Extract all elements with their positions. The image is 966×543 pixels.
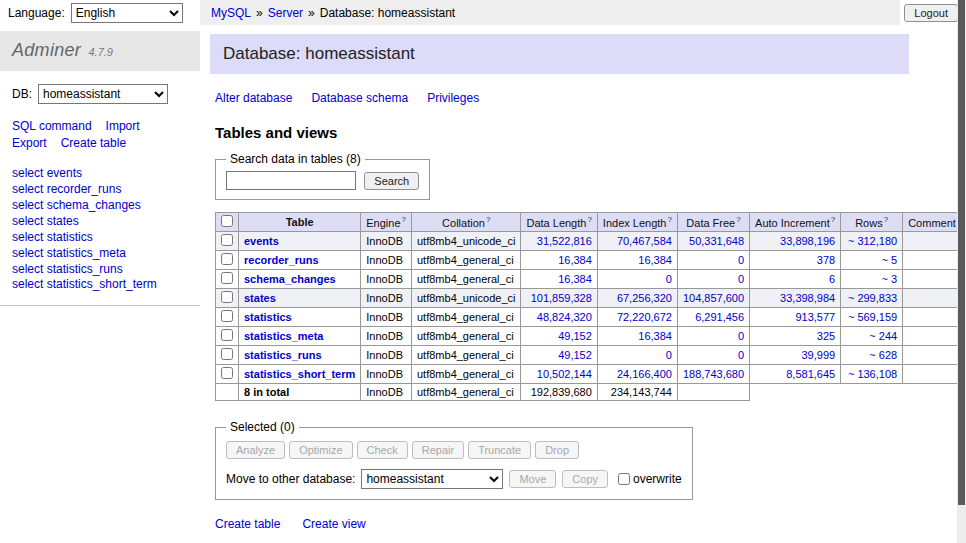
select-all-checkbox[interactable]: [221, 215, 233, 227]
data-length-link[interactable]: 16,384: [558, 254, 592, 266]
row-checkbox[interactable]: [221, 329, 233, 341]
language-select[interactable]: English: [71, 3, 183, 23]
sidebar-item-select-statistics-short-term[interactable]: select statistics_short_term: [12, 277, 188, 293]
table-link[interactable]: statistics: [244, 311, 292, 323]
sidebar-export-link[interactable]: Export: [12, 136, 47, 150]
create-table-link[interactable]: Create table: [215, 517, 280, 531]
data-length-link[interactable]: 10,502,144: [537, 368, 592, 380]
create-view-link[interactable]: Create view: [302, 517, 365, 531]
breadcrumb-server-link[interactable]: Server: [268, 6, 303, 20]
sidebar-sql-command-link[interactable]: SQL command: [12, 119, 92, 133]
logout-button[interactable]: Logout: [904, 4, 958, 22]
help-link[interactable]: ?: [831, 215, 835, 224]
data-free-link[interactable]: 188,743,680: [683, 368, 744, 380]
row-checkbox[interactable]: [221, 253, 233, 265]
data-free-link[interactable]: 0: [738, 349, 744, 361]
sidebar-item-select-statistics-meta[interactable]: select statistics_meta: [12, 246, 188, 262]
data-free-link[interactable]: 0: [738, 330, 744, 342]
alter-database-link[interactable]: Alter database: [215, 91, 292, 105]
drop-button[interactable]: Drop: [535, 441, 579, 459]
rows-count-link[interactable]: ~ 136,108: [848, 368, 897, 380]
truncate-button[interactable]: Truncate: [468, 441, 531, 459]
auto-increment-link[interactable]: 6: [829, 273, 835, 285]
row-checkbox[interactable]: [221, 310, 233, 322]
move-button[interactable]: Move: [509, 470, 556, 488]
rows-count-link[interactable]: ~ 244: [869, 330, 897, 342]
database-schema-link[interactable]: Database schema: [311, 91, 408, 105]
help-link[interactable]: ?: [736, 215, 740, 224]
privileges-link[interactable]: Privileges: [427, 91, 479, 105]
sidebar-item-select-statistics[interactable]: select statistics: [12, 230, 188, 246]
auto-increment-link[interactable]: 378: [817, 254, 835, 266]
table-link[interactable]: statistics_runs: [244, 349, 322, 361]
row-checkbox[interactable]: [221, 272, 233, 284]
table-link[interactable]: recorder_runs: [244, 254, 319, 266]
auto-increment-link[interactable]: 33,398,984: [780, 292, 835, 304]
data-free-link[interactable]: 0: [738, 254, 744, 266]
breadcrumb-current: Database: homeassistant: [320, 6, 455, 20]
index-length-link[interactable]: 72,220,672: [617, 311, 672, 323]
help-link[interactable]: ?: [486, 215, 490, 224]
overwrite-checkbox[interactable]: [618, 473, 630, 485]
breadcrumb-mysql-link[interactable]: MySQL: [211, 6, 251, 20]
sidebar-item-select-states[interactable]: select states: [12, 214, 188, 230]
help-link[interactable]: ?: [884, 215, 888, 224]
rows-count-link[interactable]: ~ 299,833: [848, 292, 897, 304]
analyze-button[interactable]: Analyze: [226, 441, 285, 459]
data-length-link[interactable]: 48,824,320: [537, 311, 592, 323]
auto-increment-link[interactable]: 39,999: [802, 349, 836, 361]
index-length-link[interactable]: 70,467,584: [617, 235, 672, 247]
auto-increment-link[interactable]: 8,581,645: [786, 368, 835, 380]
table-link[interactable]: statistics_short_term: [244, 368, 355, 380]
index-length-link[interactable]: 0: [666, 273, 672, 285]
db-select[interactable]: homeassistant: [38, 84, 168, 104]
sidebar-create-table-link[interactable]: Create table: [61, 136, 126, 150]
help-link[interactable]: ?: [667, 215, 671, 224]
table-link[interactable]: states: [244, 292, 276, 304]
data-free-link[interactable]: 50,331,648: [689, 235, 744, 247]
check-button[interactable]: Check: [357, 441, 408, 459]
row-checkbox[interactable]: [221, 291, 233, 303]
table-link[interactable]: schema_changes: [244, 273, 336, 285]
auto-increment-link[interactable]: 33,898,196: [780, 235, 835, 247]
table-link[interactable]: statistics_meta: [244, 330, 324, 342]
sidebar-import-link[interactable]: Import: [106, 119, 140, 133]
row-checkbox[interactable]: [221, 367, 233, 379]
data-length-link[interactable]: 49,152: [558, 330, 592, 342]
sidebar-item-select-events[interactable]: select events: [12, 166, 188, 182]
data-length-link[interactable]: 101,859,328: [531, 292, 592, 304]
rows-count-link[interactable]: ~ 628: [869, 349, 897, 361]
help-link[interactable]: ?: [587, 215, 591, 224]
data-free-link[interactable]: 6,291,456: [695, 311, 744, 323]
repair-button[interactable]: Repair: [412, 441, 464, 459]
sidebar-item-select-statistics-runs[interactable]: select statistics_runs: [12, 262, 188, 278]
rows-count-link[interactable]: ~ 3: [882, 273, 898, 285]
optimize-button[interactable]: Optimize: [289, 441, 352, 459]
data-length-link[interactable]: 31,522,816: [537, 235, 592, 247]
sidebar-item-select-schema-changes[interactable]: select schema_changes: [12, 198, 188, 214]
data-free-link[interactable]: 104,857,600: [683, 292, 744, 304]
rows-count-link[interactable]: ~ 312,180: [848, 235, 897, 247]
help-link[interactable]: ?: [402, 215, 406, 224]
search-input[interactable]: [226, 171, 356, 190]
move-database-select[interactable]: homeassistant: [361, 469, 503, 489]
index-length-link[interactable]: 16,384: [638, 254, 672, 266]
index-length-link[interactable]: 67,256,320: [617, 292, 672, 304]
data-length-link[interactable]: 16,384: [558, 273, 592, 285]
rows-count-link[interactable]: ~ 5: [882, 254, 898, 266]
data-length-link[interactable]: 49,152: [558, 349, 592, 361]
index-length-link[interactable]: 16,384: [638, 330, 672, 342]
sidebar-item-select-recorder-runs[interactable]: select recorder_runs: [12, 182, 188, 198]
data-free-link[interactable]: 0: [738, 273, 744, 285]
table-link[interactable]: events: [244, 235, 279, 247]
scrollbar-thumb[interactable]: [958, 0, 965, 505]
auto-increment-link[interactable]: 325: [817, 330, 835, 342]
index-length-link[interactable]: 0: [666, 349, 672, 361]
copy-button[interactable]: Copy: [562, 470, 608, 488]
search-button[interactable]: Search: [364, 172, 419, 190]
auto-increment-link[interactable]: 913,577: [795, 311, 835, 323]
index-length-link[interactable]: 24,166,400: [617, 368, 672, 380]
row-checkbox[interactable]: [221, 348, 233, 360]
row-checkbox[interactable]: [221, 234, 233, 246]
rows-count-link[interactable]: ~ 569,159: [848, 311, 897, 323]
